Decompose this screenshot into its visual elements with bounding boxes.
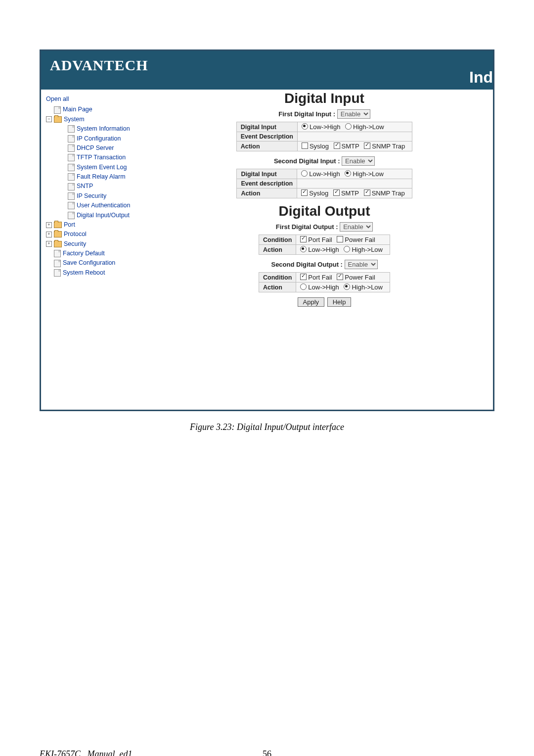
sidebar-item-label: Main Page [63, 105, 92, 114]
page-icon [68, 202, 75, 209]
page-icon [68, 154, 75, 161]
do2-table: Condition Port Fail Power Fail Action Lo… [259, 272, 390, 292]
sidebar-item-label: Port [64, 220, 75, 230]
sidebar-item-label: IP Configuration [77, 134, 121, 143]
sidebar-item-label: System Reboot [63, 268, 105, 278]
col-event-description: Event Description [236, 132, 297, 142]
sidebar-item-security[interactable]: + Security [46, 239, 150, 249]
col-action: Action [237, 189, 297, 198]
di2-event-cell[interactable] [297, 179, 412, 189]
page-footer: EKI-7657C _Manual_ed1 56 [40, 749, 494, 756]
page-icon [54, 106, 61, 114]
folder-icon [54, 222, 62, 228]
second-do-label: Second Digital Output : [271, 261, 342, 268]
di2-snmp[interactable]: SNMP Trap [364, 189, 405, 197]
checkbox-icon [333, 189, 340, 196]
sidebar-item-main-page[interactable]: Main Page [46, 105, 150, 114]
page-icon [68, 183, 75, 190]
di2-syslog[interactable]: Syslog [301, 189, 328, 197]
heading-digital-input: Digital Input [156, 91, 493, 106]
brand-right-text: Ind [469, 68, 493, 87]
open-all-link[interactable]: Open all [46, 94, 150, 104]
sidebar-item-system-information[interactable]: System Information [46, 124, 150, 134]
sidebar-item-label: Digital Input/Output [77, 211, 130, 220]
first-di-select[interactable]: Enable [337, 109, 370, 119]
col-event-description: Event description [237, 179, 297, 189]
col-condition: Condition [259, 273, 296, 283]
sidebar-item-port[interactable]: + Port [46, 220, 150, 230]
checkbox-icon [364, 189, 370, 196]
do1-power-fail[interactable]: Power Fail [337, 236, 375, 243]
do1-highlow[interactable]: High->Low [344, 246, 383, 253]
sidebar-item-factory-default[interactable]: Factory Default [46, 249, 150, 258]
sidebar-item-sntp[interactable]: SNTP [46, 182, 150, 191]
col-digital-input: Digital Input [236, 122, 297, 132]
sidebar-item-system-event-log[interactable]: System Event Log [46, 163, 150, 172]
di2-smtp[interactable]: SMTP [333, 189, 359, 197]
di1-event-cell[interactable] [297, 132, 412, 142]
sidebar-item-digital-io[interactable]: Digital Input/Output [46, 211, 150, 220]
do2-port-fail[interactable]: Port Fail [300, 274, 332, 281]
sidebar: Open all Main Page – System System Infor… [41, 90, 153, 410]
checkbox-icon [334, 142, 340, 149]
sidebar-item-label: DHCP Server [77, 143, 114, 153]
sidebar-item-protocol[interactable]: + Protocol [46, 230, 150, 239]
di1-smtp[interactable]: SMTP [334, 142, 359, 150]
main-panel: Digital Input First Digital Input : Enab… [153, 90, 493, 410]
sidebar-item-fault-relay-alarm[interactable]: Fault Relay Alarm [46, 172, 150, 182]
help-button[interactable]: Help [327, 297, 352, 307]
first-do-select[interactable]: Enable [340, 222, 373, 232]
do2-power-fail[interactable]: Power Fail [337, 274, 375, 281]
button-row: Apply Help [156, 297, 493, 307]
sidebar-item-tftp-transaction[interactable]: TFTP Transaction [46, 153, 150, 162]
footer-doc: EKI-7657C _Manual_ed1 [40, 749, 218, 756]
app-window: ADVANTECH Ind Open all Main Page – Syste… [40, 49, 494, 411]
sidebar-item-dhcp-server[interactable]: DHCP Server [46, 143, 150, 153]
sidebar-item-system[interactable]: – System [46, 115, 150, 124]
checkbox-icon [300, 274, 307, 280]
do2-highlow[interactable]: High->Low [344, 284, 383, 291]
figure-caption: Figure 3.23: Digital Input/Output interf… [40, 422, 494, 432]
sidebar-item-label: Factory Default [63, 249, 105, 258]
do1-lowhigh[interactable]: Low->High [300, 246, 339, 253]
apply-button[interactable]: Apply [298, 297, 325, 307]
first-di-row: First Digital Input : Enable [156, 109, 493, 119]
page-icon [54, 250, 61, 257]
sidebar-item-label: Security [64, 239, 86, 249]
sidebar-item-system-reboot[interactable]: System Reboot [46, 268, 150, 278]
page-icon [54, 260, 61, 267]
checkbox-icon [302, 142, 308, 149]
di2-lowhigh[interactable]: Low->High [301, 170, 340, 178]
checkbox-icon [364, 142, 370, 149]
collapse-icon[interactable]: – [46, 116, 52, 122]
radio-icon [301, 170, 308, 177]
expand-icon[interactable]: + [46, 241, 52, 247]
second-di-select[interactable]: Enable [342, 156, 375, 166]
second-do-select[interactable]: Enable [345, 260, 378, 269]
expand-icon[interactable]: + [46, 222, 52, 228]
sidebar-item-label: Protocol [64, 230, 87, 239]
di2-table: Digital Input Low->High High->Low Event … [236, 169, 412, 198]
sidebar-item-ip-configuration[interactable]: IP Configuration [46, 134, 150, 143]
di1-lowhigh[interactable]: Low->High [302, 123, 341, 131]
first-do-label: First Digital Output : [276, 223, 338, 231]
di1-snmp[interactable]: SNMP Trap [364, 142, 405, 150]
folder-icon [54, 116, 62, 123]
sidebar-item-ip-security[interactable]: IP Security [46, 191, 150, 201]
radio-icon [300, 284, 307, 290]
do1-port-fail[interactable]: Port Fail [300, 236, 332, 243]
page-icon [68, 173, 75, 181]
page-icon [68, 144, 75, 152]
page-icon [68, 212, 75, 219]
second-do-row: Second Digital Output : Enable [156, 260, 493, 269]
do2-lowhigh[interactable]: Low->High [300, 284, 339, 291]
checkbox-icon [337, 236, 343, 242]
sidebar-item-user-authentication[interactable]: User Authentication [46, 201, 150, 210]
second-di-row: Second Digital Input : Enable [156, 156, 493, 166]
sidebar-item-save-configuration[interactable]: Save Configuration [46, 258, 150, 268]
di1-highlow[interactable]: High->Low [345, 123, 384, 131]
expand-icon[interactable]: + [46, 232, 52, 237]
sidebar-item-label: IP Security [77, 191, 106, 201]
di2-highlow[interactable]: High->Low [345, 170, 384, 178]
di1-syslog[interactable]: Syslog [302, 142, 329, 150]
